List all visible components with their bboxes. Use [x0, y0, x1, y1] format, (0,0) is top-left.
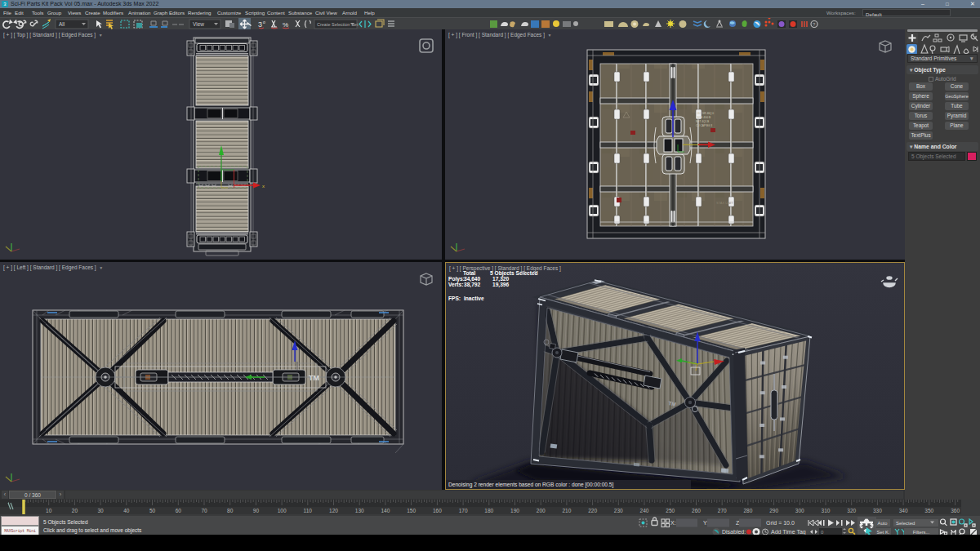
svg-text:10: 10 — [46, 508, 52, 513]
svg-text:280: 280 — [743, 508, 752, 513]
svg-text:160: 160 — [433, 508, 442, 513]
svg-text:110: 110 — [304, 508, 313, 513]
svg-text:50: 50 — [149, 508, 156, 513]
svg-text:o: o — [263, 20, 265, 24]
svg-text:340: 340 — [899, 508, 908, 513]
svg-text:250: 250 — [666, 508, 675, 513]
svg-text:%: % — [283, 21, 288, 29]
svg-text:Disabled:: Disabled: — [722, 529, 746, 535]
svg-text:STAX UNIT: STAX UNIT — [716, 201, 733, 205]
svg-text:Grid = 10.0: Grid = 10.0 — [766, 520, 795, 526]
svg-text:270: 270 — [718, 508, 727, 513]
svg-text:FPS:: FPS: — [448, 295, 461, 301]
svg-text:40: 40 — [123, 508, 130, 513]
svg-text:230: 230 — [614, 508, 623, 513]
svg-text:TM: TM — [309, 374, 319, 382]
svg-text:300: 300 — [795, 508, 804, 513]
svg-text:Auto: Auto — [878, 521, 888, 526]
svg-text:X:: X: — [670, 520, 676, 526]
svg-text:220: 220 — [588, 508, 597, 513]
svg-text:100: 100 — [278, 508, 287, 513]
svg-text:180: 180 — [484, 508, 493, 513]
svg-text:3: 3 — [258, 20, 262, 29]
svg-text:310: 310 — [822, 508, 831, 513]
svg-text:330: 330 — [873, 508, 882, 513]
svg-text:View: View — [193, 21, 204, 27]
svg-text:210: 210 — [562, 508, 571, 513]
svg-text:Total: Total — [463, 270, 475, 276]
svg-text:350: 350 — [924, 508, 933, 513]
svg-text:19,396: 19,396 — [492, 282, 510, 288]
svg-text:70: 70 — [201, 508, 207, 513]
svg-text:Denoising 2 render elements ba: Denoising 2 render elements based on RGB… — [448, 482, 614, 488]
svg-text:Inactive: Inactive — [464, 295, 484, 301]
svg-text:30: 30 — [97, 508, 104, 513]
svg-text:Selected: Selected — [896, 521, 915, 526]
svg-text:x: x — [262, 184, 265, 189]
svg-text:130: 130 — [355, 508, 364, 513]
svg-text:120: 120 — [329, 508, 338, 513]
svg-text:150: 150 — [407, 508, 416, 513]
svg-text:190: 190 — [510, 508, 519, 513]
svg-text:360: 360 — [951, 508, 960, 513]
svg-text:NET 4Q1 B: NET 4Q1 B — [696, 120, 709, 123]
svg-text:140: 140 — [381, 508, 390, 513]
svg-text:260: 260 — [692, 508, 701, 513]
svg-text:90: 90 — [253, 508, 260, 513]
svg-text:TARE 4G0 B: TARE 4G0 B — [696, 116, 710, 119]
svg-text:290: 290 — [769, 508, 778, 513]
svg-text:20: 20 — [72, 508, 78, 513]
svg-text:240: 240 — [640, 508, 649, 513]
svg-text:CU CAP BG 3: CU CAP BG 3 — [696, 124, 712, 127]
svg-text:200: 200 — [537, 508, 546, 513]
svg-text:All: All — [59, 21, 65, 27]
svg-text:170: 170 — [459, 508, 468, 513]
svg-text:60: 60 — [176, 508, 182, 513]
svg-text:80: 80 — [227, 508, 234, 513]
svg-text:MAX GR 46Q 0: MAX GR 46Q 0 — [696, 112, 714, 115]
svg-text:320: 320 — [847, 508, 856, 513]
svg-text:38,792: 38,792 — [464, 282, 481, 288]
svg-text:Verts:: Verts: — [448, 282, 463, 287]
